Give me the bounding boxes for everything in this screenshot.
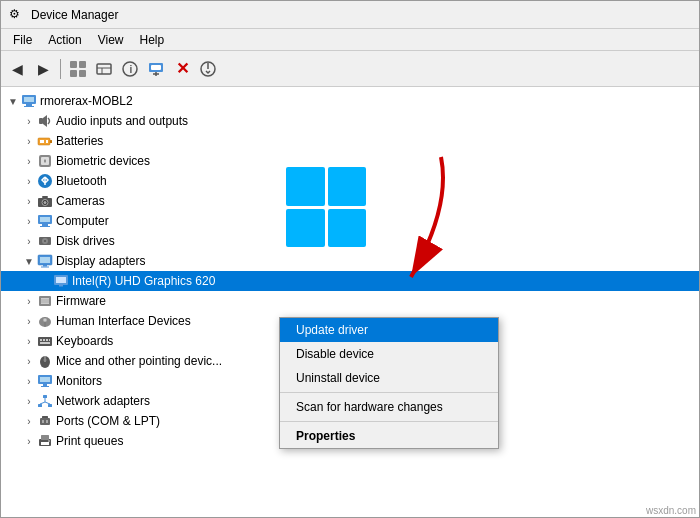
tree-label-ports: Ports (COM & LPT): [56, 414, 160, 428]
svg-rect-71: [40, 418, 50, 425]
update-driver-button[interactable]: [144, 57, 168, 81]
tree-label-print: Print queues: [56, 434, 123, 448]
main-content: ▼ rmorerax-MOBL2 ›: [1, 87, 699, 517]
bluetooth-icon: [37, 173, 53, 189]
print-icon: [37, 433, 53, 449]
camera-icon: [37, 193, 53, 209]
svg-point-37: [44, 240, 46, 242]
menu-bar: File Action View Help: [1, 29, 699, 51]
menu-view[interactable]: View: [90, 31, 132, 49]
svg-rect-74: [46, 420, 48, 423]
adapter-icon: [53, 273, 69, 289]
context-menu-uninstall-device[interactable]: Uninstall device: [280, 366, 498, 390]
svg-rect-4: [97, 64, 111, 74]
firmware-icon: [37, 293, 53, 309]
svg-rect-65: [43, 395, 47, 398]
tree-label-hid: Human Interface Devices: [56, 314, 191, 328]
svg-rect-18: [24, 106, 34, 107]
svg-rect-54: [43, 339, 45, 341]
tree-item-root[interactable]: ▼ rmorerax-MOBL2: [1, 91, 699, 111]
expand-icon-bluetooth[interactable]: ›: [21, 173, 37, 189]
svg-rect-22: [40, 140, 44, 143]
expand-icon-ports[interactable]: ›: [21, 413, 37, 429]
context-menu-properties[interactable]: Properties: [280, 424, 498, 448]
svg-point-51: [43, 318, 47, 322]
monitor-icon: [37, 373, 53, 389]
device-tree: ▼ rmorerax-MOBL2 ›: [1, 87, 699, 517]
computer-icon: [21, 93, 37, 109]
context-menu-separator-2: [280, 421, 498, 422]
menu-action[interactable]: Action: [40, 31, 89, 49]
title-bar: ⚙ Device Manager: [1, 1, 699, 29]
tree-label-network: Network adapters: [56, 394, 150, 408]
tree-label-bluetooth: Bluetooth: [56, 174, 107, 188]
expand-icon-mice[interactable]: ›: [21, 353, 37, 369]
svg-rect-10: [151, 65, 161, 70]
expand-icon-hid[interactable]: ›: [21, 313, 37, 329]
tree-item-audio[interactable]: › Audio inputs and outputs: [1, 111, 699, 131]
svg-rect-0: [70, 61, 77, 68]
svg-rect-56: [49, 339, 50, 341]
expand-icon-root[interactable]: ▼: [5, 93, 21, 109]
svg-rect-67: [48, 404, 52, 407]
tree-label-batteries: Batteries: [56, 134, 103, 148]
svg-rect-19: [39, 118, 43, 124]
context-menu-update-driver[interactable]: Update driver: [280, 318, 498, 342]
svg-rect-41: [41, 267, 49, 268]
biometric-icon: [37, 153, 53, 169]
svg-rect-17: [26, 104, 32, 106]
show-hidden-button[interactable]: [66, 57, 90, 81]
svg-text:i: i: [130, 64, 133, 75]
tree-item-intel[interactable]: › Intel(R) UHD Graphics 620: [1, 271, 699, 291]
svg-rect-30: [42, 196, 48, 198]
keyboard-icon: [37, 333, 53, 349]
svg-rect-62: [40, 377, 50, 382]
tree-label-root: rmorerax-MOBL2: [40, 94, 133, 108]
forward-button[interactable]: ▶: [31, 57, 55, 81]
svg-point-78: [48, 440, 50, 442]
toolbar: ◀ ▶ i: [1, 51, 699, 87]
expand-icon-biometric[interactable]: ›: [21, 153, 37, 169]
expand-icon-cameras[interactable]: ›: [21, 193, 37, 209]
mouse-icon: [37, 353, 53, 369]
expand-icon-monitors[interactable]: ›: [21, 373, 37, 389]
menu-help[interactable]: Help: [132, 31, 173, 49]
svg-rect-63: [43, 384, 47, 386]
svg-rect-46: [41, 298, 49, 304]
expand-icon-print[interactable]: ›: [21, 433, 37, 449]
svg-rect-72: [42, 416, 48, 418]
tree-label-mice: Mice and other pointing devic...: [56, 354, 222, 368]
svg-point-29: [44, 201, 47, 204]
tree-item-batteries[interactable]: › Batteries: [1, 131, 699, 151]
tree-label-firmware: Firmware: [56, 294, 106, 308]
expand-icon-network[interactable]: ›: [21, 393, 37, 409]
tree-label-cameras: Cameras: [56, 194, 105, 208]
expand-icon-diskdrives[interactable]: ›: [21, 233, 37, 249]
svg-line-70: [45, 402, 50, 404]
properties-button[interactable]: i: [118, 57, 142, 81]
battery-icon: [37, 133, 53, 149]
menu-file[interactable]: File: [5, 31, 40, 49]
computer-category-icon: [37, 213, 53, 229]
uninstall-button[interactable]: ✕: [170, 57, 194, 81]
tree-item-display[interactable]: ▼ Display adapters: [1, 251, 699, 271]
expand-icon-batteries[interactable]: ›: [21, 133, 37, 149]
scan-button[interactable]: [196, 57, 220, 81]
win-tile-top-right: [328, 167, 367, 206]
context-menu-disable-device[interactable]: Disable device: [280, 342, 498, 366]
expand-icon-display[interactable]: ▼: [21, 253, 37, 269]
resources-button[interactable]: [92, 57, 116, 81]
back-button[interactable]: ◀: [5, 57, 29, 81]
tree-label-biometric: Biometric devices: [56, 154, 150, 168]
svg-rect-39: [40, 257, 50, 263]
tree-item-firmware[interactable]: › Firmware: [1, 291, 699, 311]
context-menu-scan[interactable]: Scan for hardware changes: [280, 395, 498, 419]
expand-icon-firmware[interactable]: ›: [21, 293, 37, 309]
expand-icon-keyboards[interactable]: ›: [21, 333, 37, 349]
expand-icon-computer[interactable]: ›: [21, 213, 37, 229]
tree-label-keyboards: Keyboards: [56, 334, 113, 348]
expand-icon-audio[interactable]: ›: [21, 113, 37, 129]
svg-rect-3: [79, 70, 86, 77]
device-manager-window: ⚙ Device Manager File Action View Help ◀…: [0, 0, 700, 518]
svg-rect-23: [46, 140, 48, 143]
